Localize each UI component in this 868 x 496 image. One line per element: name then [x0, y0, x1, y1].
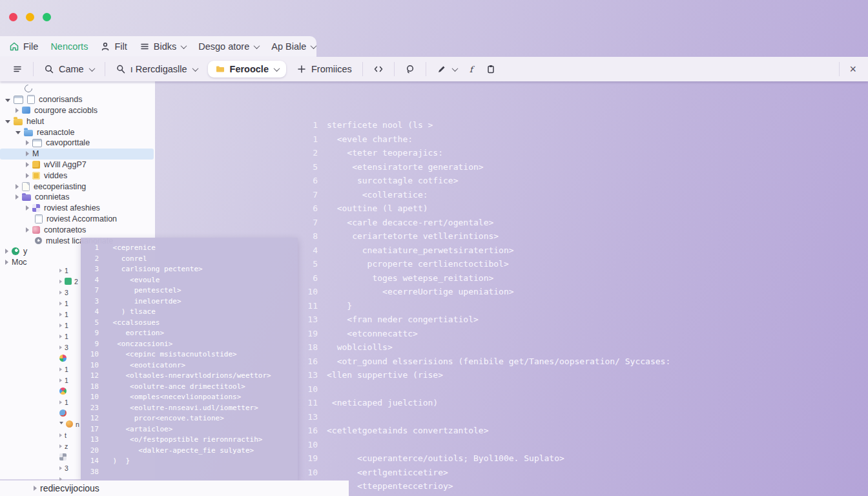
- tree-item[interactable]: reanactole: [0, 127, 155, 138]
- code-line[interactable]: 1 <evele charthe:: [302, 134, 670, 149]
- traffic-light-close[interactable]: [9, 13, 17, 21]
- panel-code-line[interactable]: 38: [81, 468, 298, 479]
- mini-tree-item[interactable]: 3: [59, 462, 79, 473]
- panel-code-line[interactable]: 7 pentesctel>: [81, 286, 298, 297]
- code-line[interactable]: 5 pcroperte certlienctoctibol>: [302, 259, 670, 273]
- panel-code-line[interactable]: 17 <artaicloe>: [81, 425, 298, 436]
- code-line[interactable]: 18 woblciolls>: [302, 342, 670, 356]
- tree-item[interactable]: helut: [0, 116, 155, 127]
- tree-item[interactable]: connietas: [0, 192, 155, 203]
- code-line[interactable]: 7 <carle decacce-rert/ogentale>: [302, 218, 670, 232]
- mini-tree-item[interactable]: [59, 386, 79, 397]
- traffic-light-zoom[interactable]: [43, 13, 51, 21]
- caret-collapsed-icon[interactable]: [59, 400, 62, 404]
- toolbar-button-lasso-icon[interactable]: [405, 64, 415, 74]
- code-line[interactable]: 4 cneatiature_perwetsiratertion>: [302, 245, 670, 260]
- code-line[interactable]: 16<cetletgoetainds convertzantole>: [302, 426, 670, 440]
- sidebar-bottom-item[interactable]: rediecvijocious: [0, 480, 349, 496]
- code-line[interactable]: 6 toges wetepse_reitation>: [302, 273, 670, 287]
- caret-collapsed-icon[interactable]: [59, 302, 62, 305]
- code-line[interactable]: 13 <fran neder congertiatiol>: [302, 315, 670, 329]
- menu-item-nencorts[interactable]: Nencorts: [50, 41, 88, 52]
- panel-code-line[interactable]: 9 eorction>: [81, 329, 298, 340]
- caret-collapsed-icon[interactable]: [59, 291, 62, 294]
- caret-collapsed-icon[interactable]: [16, 184, 19, 189]
- code-line[interactable]: 16 <otr_gound elsserisions (fenibile get…: [302, 356, 670, 371]
- tree-item[interactable]: contoraetos: [0, 224, 155, 235]
- mini-tree-item[interactable]: t: [59, 429, 79, 440]
- caret-expanded-icon[interactable]: [59, 422, 63, 426]
- panel-code-line[interactable]: 1 <ceprenice: [81, 243, 298, 254]
- tree-item[interactable]: conorisands: [0, 94, 155, 105]
- caret-collapsed-icon[interactable]: [26, 151, 29, 156]
- menu-item-filt[interactable]: Filt: [100, 41, 127, 52]
- caret-collapsed-icon[interactable]: [59, 280, 62, 284]
- code-line[interactable]: 10 <ertlgenticcetire>: [302, 468, 670, 482]
- panel-code-line[interactable]: 3 ineloertde>: [81, 297, 298, 308]
- menu-item-bidks[interactable]: Bidks: [140, 41, 186, 52]
- tree-item[interactable]: roviest Accormation: [0, 214, 155, 225]
- panel-code-line[interactable]: 12 <oltaoles-nneravtlodrions/weettor>: [81, 371, 298, 382]
- traffic-light-minimize[interactable]: [26, 13, 34, 21]
- toolbar-button-code-icon[interactable]: [373, 64, 384, 74]
- tree-item[interactable]: cavoporttale: [0, 138, 155, 149]
- tree-item[interactable]: eecoperiasting: [0, 181, 155, 192]
- tree-item[interactable]: [0, 83, 155, 94]
- mini-tree-item[interactable]: 1: [59, 298, 79, 309]
- mini-tree-item[interactable]: 1: [59, 397, 79, 408]
- code-line[interactable]: 8 ceriartetorte vetllerintions>: [302, 231, 670, 245]
- tree-item[interactable]: wVill AggP7: [0, 160, 155, 170]
- caret-collapsed-icon[interactable]: [59, 346, 62, 349]
- tree-item[interactable]: M: [0, 149, 154, 160]
- code-line[interactable]: 2 <teter teoperajics:: [302, 148, 670, 162]
- code-editor[interactable]: 1sterficete nool (ls >1 <evele charthe:2…: [302, 120, 670, 495]
- toolbar-item-feroocle[interactable]: Feroocle: [208, 61, 286, 78]
- caret-collapsed-icon[interactable]: [59, 324, 62, 327]
- panel-code-line[interactable]: 13 <o/festpopstible rieronnractih>: [81, 435, 298, 446]
- code-line[interactable]: 10 <ecerreUortige upeniation>: [302, 287, 670, 301]
- mini-tree-item[interactable]: 3: [59, 342, 79, 353]
- caret-collapsed-icon[interactable]: [59, 378, 62, 382]
- panel-code-line[interactable]: 10 <omples<necevlionpoations>: [81, 393, 298, 404]
- panel-code-line[interactable]: 20 <dalker-apecte_fie sulyate>: [81, 446, 298, 457]
- panel-code-line[interactable]: 12 prcor<encove.tatione>: [81, 414, 298, 425]
- code-line[interactable]: 18 <tteppenteccetrioy>: [302, 481, 670, 495]
- mini-tree-item[interactable]: [59, 408, 79, 418]
- mini-tree-item[interactable]: 1: [59, 265, 79, 276]
- toolbar-item-came[interactable]: Came: [44, 64, 94, 74]
- toolbar-button-pen-icon[interactable]: [437, 64, 457, 74]
- toolbar-item--rercdigaslle[interactable]: ı Rercdigaslle: [116, 64, 198, 74]
- toolbar-item-fromiices[interactable]: Fromiices: [296, 64, 352, 74]
- toolbar-button-layers-icon[interactable]: [12, 64, 23, 74]
- caret-collapsed-icon[interactable]: [59, 466, 62, 470]
- toolbar-button-clipboard-icon[interactable]: [486, 64, 496, 74]
- code-line[interactable]: 19 <etconnecattc>: [302, 329, 670, 343]
- code-line[interactable]: 13: [302, 412, 670, 426]
- mini-tree-item[interactable]: [59, 451, 79, 462]
- code-line[interactable]: 19 <cuperanterce/outiols; Byol100e. Supl…: [302, 453, 670, 468]
- code-line[interactable]: 5 <etensiratorte generation>: [302, 162, 670, 176]
- mini-tree-item[interactable]: z: [59, 440, 79, 451]
- code-line[interactable]: 10: [302, 384, 670, 398]
- caret-collapsed-icon[interactable]: [59, 444, 62, 448]
- caret-icon[interactable]: [34, 486, 37, 491]
- code-line[interactable]: 6 <outtine (l apett): [302, 203, 670, 218]
- caret-collapsed-icon[interactable]: [59, 367, 62, 371]
- mini-tree-item[interactable]: 1: [59, 375, 79, 386]
- caret-collapsed-icon[interactable]: [26, 162, 29, 167]
- mini-tree-item[interactable]: 1: [59, 320, 79, 331]
- mini-tree-item[interactable]: 1: [59, 309, 79, 320]
- panel-code-line[interactable]: 9 <onczacsioni>: [81, 340, 298, 351]
- caret-collapsed-icon[interactable]: [59, 433, 62, 437]
- panel-code-line[interactable]: 23 <eolutre-nnseavi.udl/iometter>: [81, 404, 298, 415]
- caret-collapsed-icon[interactable]: [59, 335, 62, 338]
- panel-code-line[interactable]: 4 <evoule: [81, 276, 298, 287]
- tree-item[interactable]: viddes: [0, 170, 155, 181]
- caret-collapsed-icon[interactable]: [59, 313, 62, 316]
- mini-tree-item[interactable]: 1: [59, 364, 79, 375]
- mini-tree-item[interactable]: 2: [59, 276, 79, 287]
- mini-tree-item[interactable]: 1: [59, 331, 79, 342]
- mini-tree-item[interactable]: n: [59, 418, 79, 429]
- code-line[interactable]: 7 <colleratice:: [302, 190, 670, 204]
- mini-tree-item[interactable]: 3: [59, 287, 79, 298]
